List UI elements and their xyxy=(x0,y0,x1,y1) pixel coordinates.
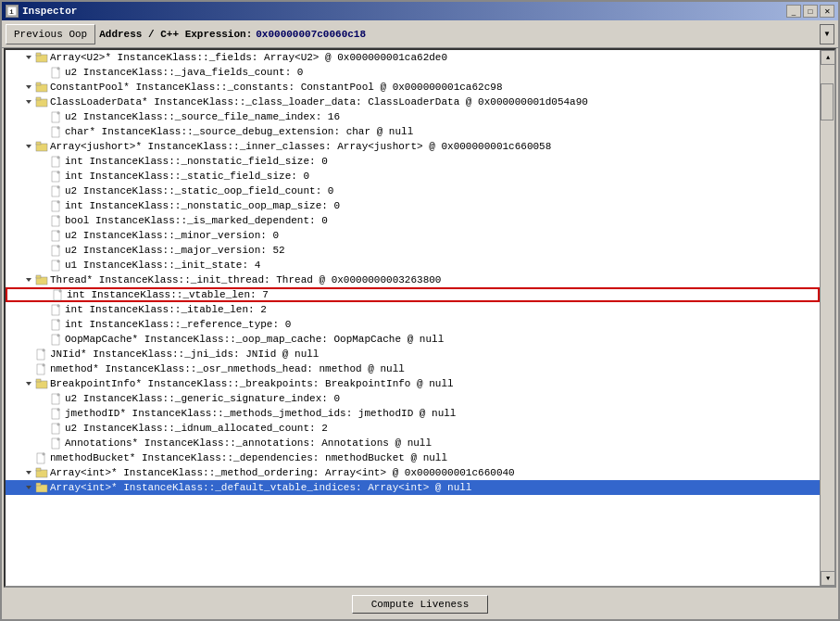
no-expand-icon xyxy=(37,125,50,138)
tree-item[interactable]: OopMapCache* InstanceKlass::_oop_map_cac… xyxy=(6,332,820,347)
tree-item[interactable]: u2 InstanceKlass::_minor_version: 0 xyxy=(6,228,820,243)
svg-marker-16 xyxy=(57,127,59,129)
document-icon xyxy=(50,170,63,183)
svg-marker-14 xyxy=(57,112,59,114)
tree-item[interactable]: u2 InstanceKlass::_generic_signature_ind… xyxy=(6,391,820,406)
close-button[interactable]: ✕ xyxy=(820,5,834,18)
tree-item-text: Annotations* InstanceKlass::_annotations… xyxy=(65,437,432,449)
tree-item-text: Array<int>* InstanceKlass::_default_vtab… xyxy=(50,482,471,493)
svg-marker-2 xyxy=(26,56,31,59)
tree-item[interactable]: int InstanceKlass::_nonstatic_field_size… xyxy=(6,154,820,169)
tree-item[interactable]: char* InstanceKlass::_source_debug_exten… xyxy=(6,124,820,139)
document-icon xyxy=(50,155,63,168)
minimize-button[interactable]: _ xyxy=(786,5,801,18)
tree-item-text: nmethodBucket* InstanceKlass::_dependenc… xyxy=(50,452,447,463)
no-expand-icon xyxy=(37,66,50,79)
tree-item-text: u2 InstanceKlass::_minor_version: 0 xyxy=(65,230,279,241)
tree-item-text: bool InstanceKlass::_is_marked_dependent… xyxy=(65,215,328,226)
svg-marker-17 xyxy=(26,145,31,148)
tree-item[interactable]: int InstanceKlass::_reference_type: 0 xyxy=(6,317,820,332)
folder-icon xyxy=(35,273,48,286)
collapse-icon[interactable] xyxy=(22,273,35,286)
tree-item[interactable]: int InstanceKlass::_vtable_len: 7 xyxy=(6,287,820,302)
scroll-thumb[interactable] xyxy=(821,83,834,120)
collapse-icon[interactable] xyxy=(22,140,35,153)
content-area: Array<U2>* InstanceKlass::_fields: Array… xyxy=(4,48,836,588)
no-expand-icon xyxy=(37,244,50,257)
tree-item-text: int InstanceKlass::_reference_type: 0 xyxy=(65,319,291,330)
tree-item[interactable]: bool InstanceKlass::_is_marked_dependent… xyxy=(6,213,820,228)
document-icon xyxy=(50,407,63,420)
no-expand-icon xyxy=(37,303,50,316)
vertical-scrollbar[interactable]: ▲ ▼ xyxy=(820,50,834,586)
compute-liveness-button[interactable]: Compute Liveness xyxy=(352,595,489,614)
svg-marker-23 xyxy=(57,171,59,173)
tree-item-text: OopMapCache* InstanceKlass::_oop_map_cac… xyxy=(65,334,444,345)
tree-item[interactable]: Array<jushort>* InstanceKlass::_inner_cl… xyxy=(6,139,820,154)
tree-item-text: u2 InstanceKlass::_source_file_name_inde… xyxy=(65,111,340,122)
document-icon xyxy=(50,318,63,331)
tree-item-text: Array<U2>* InstanceKlass::_fields: Array… xyxy=(50,52,447,63)
collapse-icon[interactable] xyxy=(22,466,35,479)
no-expand-icon xyxy=(22,362,35,375)
tree-item-text: u2 InstanceKlass::_java_fields_count: 0 xyxy=(65,67,303,78)
document-icon xyxy=(50,244,63,257)
tree-item-text: nmethod* InstanceKlass::_osr_nmethods_he… xyxy=(50,363,405,374)
tree-item[interactable]: int InstanceKlass::_static_field_size: 0 xyxy=(6,169,820,184)
collapse-icon[interactable] xyxy=(22,51,35,64)
tree-item[interactable]: ConstantPool* InstanceKlass::_constants:… xyxy=(6,80,820,95)
svg-marker-63 xyxy=(43,453,44,455)
svg-marker-48 xyxy=(43,349,44,351)
svg-text:i: i xyxy=(9,7,14,16)
collapse-icon[interactable] xyxy=(22,377,35,390)
title-bar: i Inspector _ □ ✕ xyxy=(2,2,838,20)
collapse-icon[interactable] xyxy=(22,481,35,494)
tree-item[interactable]: Array<U2>* InstanceKlass::_fields: Array… xyxy=(6,50,820,65)
tree-item[interactable]: nmethodBucket* InstanceKlass::_dependenc… xyxy=(6,450,820,465)
scroll-track[interactable] xyxy=(821,65,834,571)
no-expand-icon xyxy=(37,318,50,331)
inspector-icon: i xyxy=(6,5,19,18)
no-expand-icon xyxy=(22,451,35,464)
document-icon xyxy=(50,229,63,242)
tree-item[interactable]: Array<int>* InstanceKlass::_default_vtab… xyxy=(6,480,820,495)
tree-item-text: Array<jushort>* InstanceKlass::_inner_cl… xyxy=(50,141,551,152)
tree-item[interactable]: u2 InstanceKlass::_source_file_name_inde… xyxy=(6,109,820,124)
tree-item[interactable]: u1 InstanceKlass::_init_state: 4 xyxy=(6,258,820,272)
tree-item[interactable]: Annotations* InstanceKlass::_annotations… xyxy=(6,436,820,450)
tree-item[interactable]: BreakpointInfo* InstanceKlass::_breakpoi… xyxy=(6,376,820,391)
svg-marker-67 xyxy=(26,486,31,489)
tree-item[interactable]: u2 InstanceKlass::_major_version: 52 xyxy=(6,243,820,258)
tree-item[interactable]: JNIid* InstanceKlass::_jni_ids: JNIid @ … xyxy=(6,347,820,361)
tree-item[interactable]: u2 InstanceKlass::_static_oop_field_coun… xyxy=(6,184,820,198)
svg-marker-27 xyxy=(57,201,59,203)
tree-item[interactable]: jmethodID* InstanceKlass::_methods_jmeth… xyxy=(6,406,820,421)
prev-oop-button[interactable]: Previous Oop xyxy=(6,24,95,44)
tree-item[interactable]: Thread* InstanceKlass::_init_thread: Thr… xyxy=(6,272,820,287)
tree-item[interactable]: Array<int>* InstanceKlass::_method_order… xyxy=(6,465,820,480)
collapse-icon[interactable] xyxy=(22,81,35,94)
no-expand-icon xyxy=(37,214,50,227)
tree-panel[interactable]: Array<U2>* InstanceKlass::_fields: Array… xyxy=(6,50,820,586)
tree-item[interactable]: u2 InstanceKlass::_java_fields_count: 0 xyxy=(6,65,820,80)
tree-item[interactable]: u2 InstanceKlass::_idnum_allocated_count… xyxy=(6,421,820,436)
svg-marker-57 xyxy=(57,409,59,411)
no-expand-icon xyxy=(37,155,50,168)
tree-item[interactable]: nmethod* InstanceKlass::_osr_nmethods_he… xyxy=(6,361,820,376)
svg-marker-35 xyxy=(57,260,59,262)
svg-marker-44 xyxy=(57,320,59,322)
svg-marker-21 xyxy=(57,157,59,158)
tree-item-text: Array<int>* InstanceKlass::_method_order… xyxy=(50,467,515,478)
maximize-button[interactable]: □ xyxy=(803,5,818,18)
tree-item[interactable]: ClassLoaderData* InstanceKlass::_class_l… xyxy=(6,95,820,109)
tree-item-text: ClassLoaderData* InstanceKlass::_class_l… xyxy=(50,96,588,108)
scroll-up-button[interactable]: ▲ xyxy=(821,50,835,65)
tree-item-text: u2 InstanceKlass::_idnum_allocated_count… xyxy=(65,423,328,434)
address-label: Address / C++ Expression: xyxy=(99,29,252,40)
tree-item[interactable]: int InstanceKlass::_itable_len: 2 xyxy=(6,302,820,317)
collapse-icon[interactable] xyxy=(22,95,35,108)
dropdown-button[interactable]: ▼ xyxy=(820,24,834,44)
document-icon xyxy=(50,259,63,272)
tree-item[interactable]: int InstanceKlass::_nonstatic_oop_map_si… xyxy=(6,198,820,213)
scroll-down-button[interactable]: ▼ xyxy=(821,571,835,586)
